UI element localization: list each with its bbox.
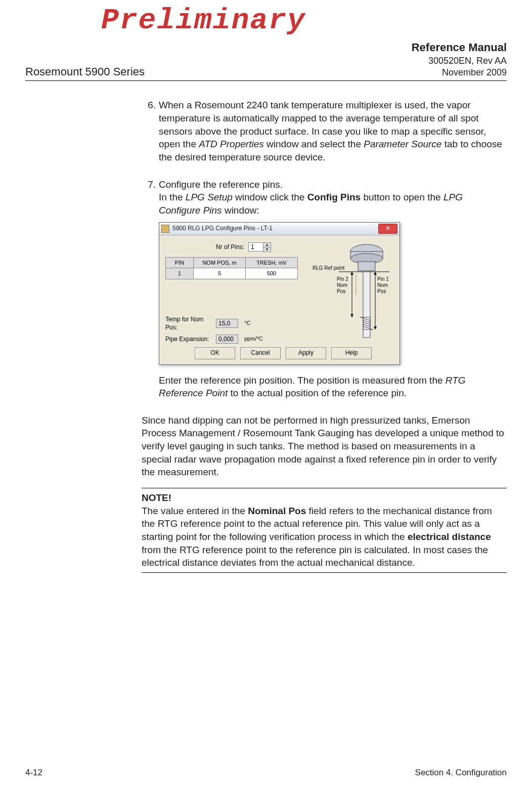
spinner-down-icon[interactable]: ▼ — [263, 247, 271, 252]
text: button to open the — [361, 192, 444, 202]
col-pin: PIN — [166, 257, 194, 268]
text: Enter the reference pin position. The po… — [159, 375, 446, 386]
col-tresh: TRESH, mV — [246, 257, 298, 268]
text-bold: electrical distance — [408, 531, 491, 542]
bottom-fields: Temp for Nom Pos: 15,0 °C Pipe Expansion… — [165, 315, 263, 347]
pipe-label: Pipe Expansion: — [165, 335, 216, 343]
step-body: When a Rosemount 2240 tank temperature m… — [159, 99, 507, 163]
apply-button[interactable]: Apply — [286, 347, 326, 359]
temp-input[interactable]: 15,0 — [216, 319, 238, 328]
nr-pins-input[interactable]: 1 — [248, 242, 263, 252]
nr-pins-spinner[interactable]: ▲ ▼ — [263, 242, 271, 252]
diagram-svg: RLG Ref point Pin 2 Nom Pos Pin 1 Nom Po… — [308, 242, 393, 341]
note-heading: NOTE! — [142, 491, 507, 505]
text-bold: Nominal Pos — [248, 506, 306, 516]
pin-table: PIN NOM POS, m TRESH, mV 1 5 500 — [165, 257, 298, 280]
step-number: 6. — [142, 99, 159, 163]
text: from the RTG reference point to the refe… — [142, 545, 488, 568]
step-7: 7. Configure the reference pins. In the … — [142, 178, 507, 400]
temp-unit: °C — [244, 319, 250, 327]
svg-text:Pin 1: Pin 1 — [377, 276, 389, 282]
text: The value entered in the — [142, 506, 248, 516]
temp-label: Temp for Nom Pos: — [165, 315, 216, 331]
svg-marker-18 — [374, 272, 377, 275]
svg-text:Pos: Pos — [377, 288, 386, 294]
pipe-input[interactable]: 0,000 — [216, 335, 238, 344]
header-docnum: 300520EN, Rev AA — [412, 55, 507, 67]
text: window: — [222, 205, 259, 216]
step-number: 7. — [142, 178, 159, 400]
cancel-button[interactable]: Cancel — [240, 347, 281, 359]
text: window and select the — [264, 139, 364, 149]
cell-nompos[interactable]: 5 — [194, 268, 246, 279]
svg-text:Pin 2: Pin 2 — [337, 276, 348, 282]
dialog-title: 5900 RLG LPG Configure Pins - LT-1 — [172, 224, 378, 232]
text-italic: ATD Properties — [199, 139, 263, 149]
paragraph-handdipping: Since hand dipping can not be performed … — [142, 414, 507, 479]
text: In the — [159, 192, 186, 202]
svg-text:Nom: Nom — [337, 282, 347, 288]
watermark-text: Preliminary — [101, 4, 306, 37]
col-nompos: NOM POS, m — [194, 257, 246, 268]
svg-text:Pos: Pos — [337, 288, 345, 294]
header-date: November 2009 — [412, 67, 507, 78]
configure-pins-dialog: 5900 RLG LPG Configure Pins - LT-1 ✕ Nr … — [159, 222, 400, 365]
diagram-label-rlgref: RLG Ref point — [313, 265, 345, 271]
header-doc-info: Reference Manual 300520EN, Rev AA Novemb… — [412, 40, 507, 78]
header-title: Reference Manual — [412, 40, 507, 55]
text-bold: Config Pins — [307, 192, 361, 202]
nr-pins-label: Nr of Pins: — [216, 243, 244, 251]
ok-button[interactable]: OK — [195, 347, 235, 359]
app-icon — [161, 225, 169, 233]
step-6: 6. When a Rosemount 2240 tank temperatur… — [142, 99, 507, 163]
cell-pin: 1 — [166, 268, 194, 279]
svg-marker-15 — [350, 272, 353, 275]
help-button[interactable]: Help — [331, 347, 372, 359]
section-label: Section 4. Configuration — [415, 768, 507, 778]
text-italic: LPG Setup — [186, 192, 233, 202]
page-number: 4-12 — [25, 768, 42, 778]
rlg-diagram: RLG Ref point Pin 2 Nom Pos Pin 1 Nom Po… — [308, 242, 393, 341]
text: Configure the reference pins. — [159, 178, 507, 191]
svg-marker-16 — [350, 314, 353, 317]
pipe-unit: ppm/°C — [244, 335, 263, 343]
text: to the actual position of the reference … — [228, 388, 407, 398]
svg-text:Nom: Nom — [377, 282, 388, 288]
main-content: 6. When a Rosemount 2240 tank temperatur… — [142, 99, 507, 572]
dialog-body: Nr of Pins: 1 ▲ ▼ PIN — [159, 235, 400, 364]
dialog-buttons: OK Cancel Apply Help — [195, 347, 372, 359]
dialog-screenshot: 5900 RLG LPG Configure Pins - LT-1 ✕ Nr … — [159, 222, 507, 365]
cell-tresh[interactable]: 500 — [246, 268, 298, 279]
text: window click the — [233, 192, 307, 202]
text-italic: Parameter Source — [364, 139, 441, 149]
spinner-up-icon[interactable]: ▲ — [263, 243, 271, 247]
page-footer: 4-12 Section 4. Configuration — [25, 768, 507, 778]
page-header: Rosemount 5900 Series Reference Manual 3… — [25, 40, 507, 81]
step-body: Configure the reference pins. In the LPG… — [159, 178, 507, 400]
close-icon[interactable]: ✕ — [378, 224, 397, 234]
svg-rect-3 — [358, 262, 375, 271]
dialog-titlebar: 5900 RLG LPG Configure Pins - LT-1 ✕ — [159, 223, 400, 235]
svg-marker-19 — [374, 326, 377, 329]
note-box: NOTE! The value entered in the Nominal P… — [142, 488, 507, 573]
note-body: The value entered in the Nominal Pos fie… — [142, 505, 507, 569]
header-series: Rosemount 5900 Series — [25, 65, 145, 78]
